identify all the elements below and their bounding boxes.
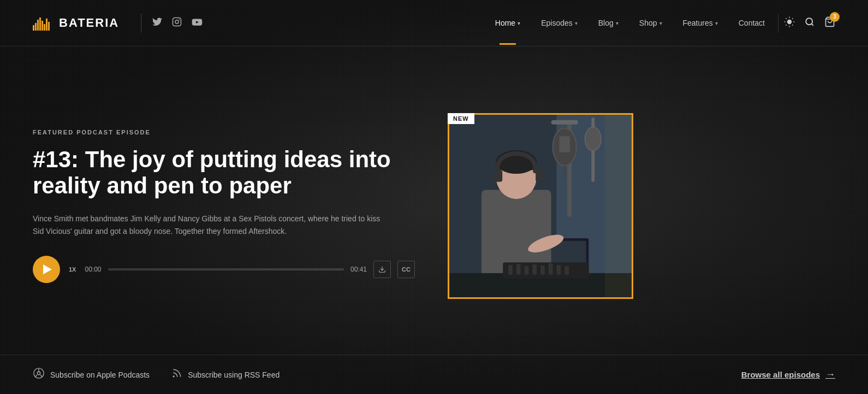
svg-point-11 xyxy=(787,19,792,23)
nav-item-features[interactable]: Features ▾ xyxy=(675,13,726,33)
main-content: FEATURED PODCAST EPISODE #13: The joy of… xyxy=(0,46,868,355)
time-current: 00:00 xyxy=(85,266,101,273)
svg-rect-51 xyxy=(564,266,569,275)
bottom-links: Subscribe on Apple Podcasts Subscribe us… xyxy=(33,367,280,382)
new-badge: NEW xyxy=(448,113,474,124)
apple-podcasts-link[interactable]: Subscribe on Apple Podcasts xyxy=(33,367,150,382)
logo[interactable]: BATERIA xyxy=(33,15,119,31)
svg-rect-0 xyxy=(33,25,34,31)
cart-icon[interactable]: 3 xyxy=(824,16,835,30)
svg-rect-38 xyxy=(496,162,537,170)
svg-rect-49 xyxy=(549,263,553,275)
bottom-bar: Subscribe on Apple Podcasts Subscribe us… xyxy=(0,355,868,394)
svg-rect-48 xyxy=(540,266,545,275)
svg-point-55 xyxy=(173,375,175,377)
featured-label: FEATURED PODCAST EPISODE xyxy=(33,129,415,136)
search-icon[interactable] xyxy=(805,17,815,30)
nav-links: Home ▾ Episodes ▾ Blog ▾ Shop ▾ Features… xyxy=(487,13,772,33)
svg-point-20 xyxy=(806,18,812,25)
svg-rect-43 xyxy=(503,262,588,278)
svg-rect-27 xyxy=(551,120,578,125)
svg-rect-8 xyxy=(173,17,181,26)
svg-rect-52 xyxy=(605,115,632,297)
episode-description: Vince Smith met bandmates Jim Kelly and … xyxy=(33,213,393,239)
instagram-icon[interactable] xyxy=(172,17,182,30)
svg-point-10 xyxy=(179,19,180,20)
svg-rect-6 xyxy=(46,19,47,31)
cc-button[interactable]: CC xyxy=(397,261,415,278)
svg-rect-5 xyxy=(44,24,45,31)
browse-episodes-label: Browse all episodes xyxy=(741,370,820,379)
svg-rect-1 xyxy=(35,23,37,31)
play-button[interactable] xyxy=(33,256,60,283)
svg-rect-45 xyxy=(516,264,521,275)
nav-item-blog[interactable]: Blog ▾ xyxy=(591,13,626,33)
svg-point-9 xyxy=(175,20,179,23)
svg-line-18 xyxy=(786,25,787,25)
svg-line-14 xyxy=(786,18,787,19)
download-button[interactable] xyxy=(373,261,391,278)
episode-info: FEATURED PODCAST EPISODE #13: The joy of… xyxy=(33,129,415,283)
navbar: BATERIA xyxy=(0,0,868,46)
arrow-right-icon: → xyxy=(825,369,835,380)
nav-logo-divider xyxy=(141,14,141,33)
chevron-down-icon: ▾ xyxy=(715,20,718,26)
audio-player: 1X 00:00 00:41 CC xyxy=(33,256,415,283)
svg-point-32 xyxy=(585,127,601,151)
theme-toggle-icon[interactable] xyxy=(784,16,795,30)
podcast-icon xyxy=(33,367,45,382)
social-icons xyxy=(152,17,203,30)
nav-item-shop[interactable]: Shop ▾ xyxy=(632,13,670,33)
nav-item-episodes[interactable]: Episodes ▾ xyxy=(533,13,585,33)
apple-podcasts-label: Subscribe on Apple Podcasts xyxy=(50,371,150,379)
svg-rect-44 xyxy=(508,265,513,275)
svg-rect-2 xyxy=(37,20,39,31)
twitter-icon[interactable] xyxy=(152,17,162,29)
svg-rect-7 xyxy=(48,22,50,31)
progress-bar[interactable] xyxy=(108,268,344,270)
speed-button[interactable]: 1X xyxy=(67,266,78,273)
svg-line-19 xyxy=(792,18,793,19)
svg-point-54 xyxy=(37,372,40,375)
youtube-icon[interactable] xyxy=(192,17,203,29)
episode-title: #13: The joy of putting ideas into reali… xyxy=(33,146,415,199)
episode-image-container: NEW xyxy=(448,113,633,299)
svg-rect-46 xyxy=(525,266,529,275)
nav-item-home[interactable]: Home ▾ xyxy=(487,13,528,33)
svg-rect-29 xyxy=(559,136,570,152)
play-icon xyxy=(43,264,52,274)
chevron-down-icon: ▾ xyxy=(518,20,520,26)
nav-item-contact[interactable]: Contact xyxy=(731,13,772,33)
svg-rect-47 xyxy=(532,264,537,275)
svg-rect-50 xyxy=(556,265,561,275)
svg-rect-3 xyxy=(39,17,41,31)
chevron-down-icon: ▾ xyxy=(616,20,619,26)
rss-feed-link[interactable]: Subscribe using RSS Feed xyxy=(171,368,280,381)
chevron-down-icon: ▾ xyxy=(659,20,662,26)
svg-rect-40 xyxy=(536,170,544,182)
svg-line-15 xyxy=(792,25,793,25)
svg-rect-4 xyxy=(41,21,43,31)
logo-icon xyxy=(33,15,50,31)
svg-rect-39 xyxy=(494,170,503,182)
chevron-down-icon: ▾ xyxy=(575,20,578,26)
cart-badge: 3 xyxy=(830,12,840,22)
rss-icon xyxy=(171,368,182,381)
nav-actions: 3 xyxy=(784,16,835,30)
time-total: 00:41 xyxy=(350,266,367,273)
nav-action-divider xyxy=(778,14,778,33)
episode-image-bg xyxy=(449,115,632,297)
svg-line-21 xyxy=(811,23,813,25)
brand-name: BATERIA xyxy=(59,16,119,30)
rss-label: Subscribe using RSS Feed xyxy=(188,371,280,379)
browse-episodes-link[interactable]: Browse all episodes → xyxy=(741,369,835,380)
episode-image xyxy=(448,113,633,299)
